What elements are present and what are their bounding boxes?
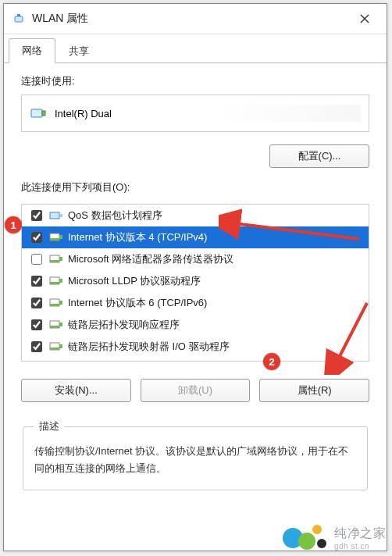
annotation-marker-1: 1 xyxy=(5,216,22,233)
item-checkbox[interactable] xyxy=(31,319,42,330)
svg-rect-18 xyxy=(50,304,59,306)
protocol-icon xyxy=(49,253,63,266)
item-label: Microsoft 网络适配器多路传送器协议 xyxy=(68,252,233,266)
uninstall-button: 卸载(U) xyxy=(141,379,251,402)
svg-rect-4 xyxy=(31,109,42,117)
list-item[interactable]: Microsoft LLDP 协议驱动程序 xyxy=(22,270,369,292)
items-label: 此连接使用下列项目(O): xyxy=(21,180,369,194)
item-label: Internet 协议版本 4 (TCP/IPv4) xyxy=(68,230,207,244)
adapter-field: Intel(R) Dual xyxy=(21,94,369,132)
item-checkbox[interactable] xyxy=(31,210,42,221)
svg-rect-9 xyxy=(50,238,59,241)
svg-rect-15 xyxy=(50,282,59,284)
tab-network[interactable]: 网络 xyxy=(9,38,55,63)
list-item[interactable]: Internet 协议版本 6 (TCP/IPv6) xyxy=(22,292,369,314)
network-items-list[interactable]: QoS 数据包计划程序Internet 协议版本 4 (TCP/IPv4)Mic… xyxy=(21,204,369,362)
description-text: 传输控制协议/Internet 协议。该协议是默认的广域网络协议，用于在不同的相… xyxy=(34,443,356,477)
list-item[interactable]: 链路层拓扑发现响应程序 xyxy=(22,314,369,336)
configure-button[interactable]: 配置(C)... xyxy=(269,144,369,168)
description-group: 描述 传输控制协议/Internet 协议。该协议是默认的广域网络协议，用于在不… xyxy=(23,419,368,490)
svg-rect-0 xyxy=(15,16,23,22)
svg-rect-19 xyxy=(59,301,62,305)
item-label: Internet 协议版本 6 (TCP/IPv6) xyxy=(68,296,207,310)
watermark-logo-icon xyxy=(283,525,330,551)
protocol-icon xyxy=(49,231,63,244)
close-icon xyxy=(360,14,369,23)
adapter-name: Intel(R) Dual xyxy=(55,108,112,119)
svg-rect-16 xyxy=(59,279,62,283)
titlebar: WLAN 属性 xyxy=(4,4,387,34)
tab-strip: 网络 共享 xyxy=(4,34,387,63)
item-label: 链路层拓扑发现响应程序 xyxy=(68,318,180,332)
protocol-icon xyxy=(49,319,63,331)
list-item[interactable]: Internet 协议版本 4 (TCP/IPv4) xyxy=(22,226,369,248)
item-checkbox[interactable] xyxy=(31,298,42,308)
svg-rect-10 xyxy=(59,235,62,239)
list-item[interactable]: 链路层拓扑发现映射器 I/O 驱动程序 xyxy=(22,336,369,358)
svg-rect-6 xyxy=(50,212,59,219)
svg-rect-24 xyxy=(50,348,59,350)
item-checkbox[interactable] xyxy=(31,232,42,243)
watermark-url: gdh st.cn xyxy=(334,542,369,551)
nic-icon xyxy=(30,105,47,122)
tab-sharing[interactable]: 共享 xyxy=(55,39,102,63)
svg-rect-22 xyxy=(59,323,62,326)
svg-rect-5 xyxy=(42,111,45,116)
annotation-marker-2: 2 xyxy=(263,353,280,370)
wlan-properties-window: WLAN 属性 网络 共享 连接时使用: Intel(R) Dual xyxy=(3,3,387,551)
svg-rect-12 xyxy=(50,260,59,262)
svg-rect-13 xyxy=(59,257,62,261)
window-title: WLAN 属性 xyxy=(32,12,347,26)
watermark: 纯净之家 gdh st.cn xyxy=(283,525,386,551)
svg-rect-25 xyxy=(59,344,62,348)
adapter-name-redacted xyxy=(119,105,361,122)
item-label: QoS 数据包计划程序 xyxy=(68,208,162,223)
protocol-icon xyxy=(49,340,63,353)
item-checkbox[interactable] xyxy=(31,254,42,265)
adapter-icon xyxy=(12,12,26,26)
item-label: Microsoft LLDP 协议驱动程序 xyxy=(68,274,201,288)
item-checkbox[interactable] xyxy=(31,276,42,287)
svg-rect-7 xyxy=(59,214,62,217)
svg-rect-1 xyxy=(17,14,20,16)
qos-icon xyxy=(49,209,63,222)
list-item[interactable]: Microsoft 网络适配器多路传送器协议 xyxy=(22,248,369,270)
connect-using-label: 连接时使用: xyxy=(21,74,369,88)
protocol-icon xyxy=(49,297,63,309)
list-item[interactable]: QoS 数据包计划程序 xyxy=(22,205,369,226)
close-button[interactable] xyxy=(347,7,382,30)
watermark-name: 纯净之家 xyxy=(334,526,386,542)
protocol-icon xyxy=(49,275,63,287)
svg-rect-21 xyxy=(50,326,59,328)
item-checkbox[interactable] xyxy=(31,341,42,352)
item-label: 链路层拓扑发现映射器 I/O 驱动程序 xyxy=(68,340,230,354)
properties-button[interactable]: 属性(R) xyxy=(259,379,369,402)
install-button[interactable]: 安装(N)... xyxy=(21,379,131,402)
description-legend: 描述 xyxy=(34,419,64,433)
